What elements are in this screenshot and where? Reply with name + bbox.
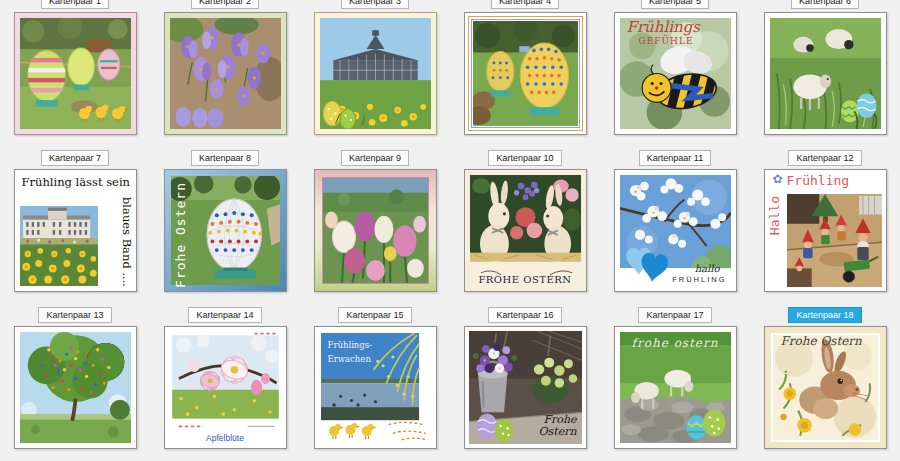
garden-gnomes-photo	[787, 194, 882, 287]
card-pair-9-thumbnail[interactable]	[314, 169, 437, 292]
card-pair-17-label[interactable]: Kartenpaar 17	[638, 307, 711, 323]
card-pair-1-label[interactable]: Kartenpaar 1	[41, 0, 109, 9]
card12-top-text: Frühling	[787, 173, 850, 188]
card-pair-10: Kartenpaar 10	[450, 150, 600, 307]
card-pair-8-label[interactable]: Kartenpaar 8	[191, 150, 259, 166]
pansy-pot-photo	[469, 331, 582, 444]
card-pair-13-label[interactable]: Kartenpaar 13	[38, 307, 111, 323]
sheep-photo	[770, 18, 881, 129]
card-pair-12-label[interactable]: Kartenpaar 12	[788, 150, 861, 166]
card-pair-11-thumbnail[interactable]: hallo FRÜHLING	[614, 169, 737, 292]
card-pair-11: Kartenpaar 11	[600, 150, 750, 307]
card-pair-grid: Kartenpaar 1	[0, 0, 900, 461]
card-pair-9-label[interactable]: Kartenpaar 9	[341, 150, 409, 166]
card-pair-13-thumbnail[interactable]	[14, 326, 137, 449]
dash-pattern	[388, 422, 427, 439]
card-pair-11-label[interactable]: Kartenpaar 11	[639, 150, 711, 166]
card-pair-10-label[interactable]: Kartenpaar 10	[488, 150, 561, 166]
card-pair-5-label[interactable]: Kartenpaar 5	[641, 0, 709, 9]
card-pair-17: Kartenpaar 17	[600, 307, 750, 461]
card-pair-15: Kartenpaar 15	[300, 307, 450, 461]
tulips-photo	[322, 177, 429, 284]
bunny-figurines-photo	[470, 175, 581, 286]
bead-egg-photo	[171, 176, 280, 285]
card-pair-14-thumbnail[interactable]: Apfelblüte	[164, 326, 287, 449]
card-pair-12-thumbnail[interactable]: ✿ Frühling Hallo	[764, 169, 887, 292]
card-pair-15-thumbnail[interactable]: Frühlings-Erwachen	[314, 326, 437, 449]
card-pair-8: Kartenpaar 8 Frohe	[150, 150, 300, 307]
flower-icon: ✿	[773, 172, 783, 186]
card12-side-text: Hallo	[767, 196, 782, 235]
wire-eggs-photo	[473, 21, 578, 126]
card-pair-18-label[interactable]: Kartenpaar 18	[788, 307, 861, 323]
card-pair-12: Kartenpaar 12	[750, 150, 900, 307]
card-pair-1: Kartenpaar 1	[0, 0, 150, 150]
card-pair-5-thumbnail[interactable]: Frühlings GEFÜHLE	[614, 12, 737, 135]
card-pair-7-label[interactable]: Kartenpaar 7	[41, 150, 109, 166]
card-pair-1-thumbnail[interactable]	[14, 12, 137, 135]
card-pair-4: Kartenpaar 4	[450, 0, 600, 150]
card-pair-2: Kartenpaar 2	[150, 0, 300, 150]
card7-side-text: blaues Band ....	[120, 197, 134, 287]
card-pair-2-label[interactable]: Kartenpaar 2	[191, 0, 259, 9]
card-pair-3: Kartenpaar 3	[300, 0, 450, 150]
purple-egg-icons	[175, 107, 223, 128]
card-pair-4-label[interactable]: Kartenpaar 4	[491, 0, 559, 9]
apple-blossom-closeup-photo	[170, 332, 281, 443]
card-pair-15-label[interactable]: Kartenpaar 15	[338, 307, 411, 323]
egg-tree-photo	[20, 332, 131, 443]
easter-eggs-garden-photo	[20, 18, 131, 129]
card-pair-3-label[interactable]: Kartenpaar 3	[341, 0, 409, 9]
card-pair-7: Kartenpaar 7	[0, 150, 150, 307]
card-pair-17-thumbnail[interactable]: frohe ostern	[614, 326, 737, 449]
apple-blossom-photo	[620, 175, 731, 286]
card-pair-6-thumbnail[interactable]	[764, 12, 887, 135]
crocus-photo	[170, 18, 281, 129]
card7-top-text: Frühling lässt sein	[22, 175, 130, 189]
card-pair-6: Kartenpaar 6	[750, 0, 900, 150]
card-pair-7-thumbnail[interactable]: Frühling lässt sein blaues Band ....	[14, 169, 137, 292]
card-pair-10-thumbnail[interactable]: FROHE OSTERN	[464, 169, 587, 292]
card-pair-4-thumbnail[interactable]	[464, 12, 587, 135]
palace-daffodils-photo	[20, 206, 98, 286]
glasshouse-photo	[320, 18, 431, 129]
card-pair-18: Kartenpaar 18	[750, 307, 900, 461]
card-pair-14: Kartenpaar 14	[150, 307, 300, 461]
card-pair-9: Kartenpaar 9	[300, 150, 450, 307]
spring-lake-photo	[321, 333, 430, 442]
card-pair-13: Kartenpaar 13	[0, 307, 150, 461]
spring-bee-photo	[620, 18, 731, 129]
card-pair-6-label[interactable]: Kartenpaar 6	[791, 0, 859, 9]
card-pair-5: Kartenpaar 5	[600, 0, 750, 150]
card-pair-16: Kartenpaar 16	[450, 307, 600, 461]
card-pair-3-thumbnail[interactable]	[314, 12, 437, 135]
lambs-photo	[620, 332, 731, 443]
card-pair-16-thumbnail[interactable]: FroheOstern	[464, 326, 587, 449]
watercolor-hare-photo	[771, 333, 880, 442]
card-pair-8-thumbnail[interactable]: Frohe Ostern	[164, 169, 287, 292]
card-pair-16-label[interactable]: Kartenpaar 16	[488, 307, 561, 323]
card-pair-18-thumbnail[interactable]: Frohe Ostern	[764, 326, 887, 449]
card-pair-2-thumbnail[interactable]	[164, 12, 287, 135]
chick-icons	[329, 423, 376, 439]
card-pair-14-label[interactable]: Kartenpaar 14	[188, 307, 261, 323]
